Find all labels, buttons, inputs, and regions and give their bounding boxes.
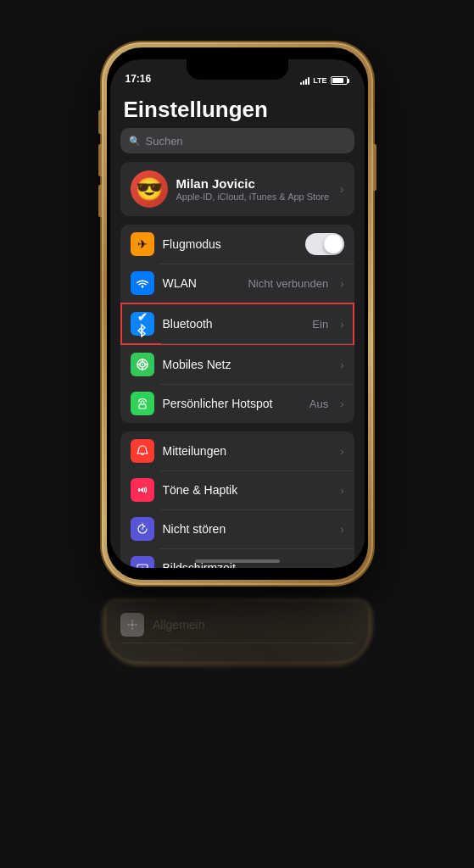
lte-label: LTE	[313, 76, 326, 85]
wifi-icon	[136, 276, 149, 291]
bluetooth-value: Ein	[312, 318, 328, 331]
silent-button[interactable]	[98, 110, 102, 134]
toene-icon	[131, 478, 154, 502]
wlan-value: Nicht verbunden	[248, 277, 328, 290]
bildschirmzeit-chevron: ›	[340, 562, 343, 569]
hotspot-row[interactable]: Persönlicher Hotspot Aus ›	[120, 384, 354, 423]
flugmodus-icon: ✈	[131, 232, 154, 256]
nicht-stoeren-chevron: ›	[340, 523, 343, 536]
avatar: 😎	[131, 170, 168, 208]
reflection-screen: Allgemein ›	[107, 602, 368, 661]
search-icon: 🔍	[129, 136, 141, 147]
mobiles-netz-icon	[131, 353, 154, 376]
toene-label: Töne & Haptik	[163, 483, 332, 497]
bluetooth-symbol: ✔	[137, 310, 148, 337]
status-time: 17:16	[125, 73, 152, 86]
mitteilungen-chevron: ›	[340, 445, 343, 458]
hotspot-label: Persönlicher Hotspot	[163, 397, 301, 410]
bluetooth-row[interactable]: ✔ Bluetooth Ein ›	[120, 303, 354, 345]
status-icons: LTE	[300, 76, 349, 86]
settings-group-connectivity: ✈ Flugmodus	[120, 225, 354, 423]
scene: 17:16 LTE	[0, 0, 474, 868]
settings-group-notifications: Mitteilungen ›	[120, 431, 354, 568]
svg-point-6	[131, 623, 134, 626]
nicht-stoeren-row[interactable]: Nicht stören ›	[120, 509, 354, 548]
reflection-allgemein-label: Allgemein	[153, 618, 343, 632]
profile-row[interactable]: 😎 Milan Jovicic Apple-ID, iCloud, iTunes…	[120, 162, 354, 216]
notch	[187, 59, 288, 80]
reflection-chevron: ›	[350, 619, 354, 632]
airplane-icon: ✈	[137, 237, 148, 251]
flugmodus-label: Flugmodus	[163, 237, 297, 251]
phone-frame: 17:16 LTE	[102, 42, 373, 585]
profile-subtitle: Apple-ID, iCloud, iTunes & App Store	[176, 192, 332, 202]
nicht-stoeren-icon	[131, 517, 154, 541]
nicht-stoeren-label: Nicht stören	[163, 522, 332, 536]
mobiles-netz-label: Mobiles Netz	[163, 358, 332, 371]
hotspot-icon	[131, 392, 154, 415]
signal-bars	[300, 76, 309, 85]
flugmodus-row[interactable]: ✈ Flugmodus	[120, 225, 354, 264]
search-placeholder: Suchen	[146, 135, 183, 147]
bildschirmzeit-row[interactable]: Bildschirmzeit ›	[120, 548, 354, 568]
wlan-icon	[131, 271, 154, 295]
profile-chevron: ›	[340, 182, 344, 196]
svg-point-2	[142, 364, 143, 365]
wlan-label: WLAN	[163, 276, 240, 290]
search-bar[interactable]: 🔍 Suchen	[120, 128, 354, 153]
profile-name: Milan Jovicic	[176, 176, 332, 191]
avatar-emoji: 😎	[136, 176, 163, 203]
bluetooth-icon: ✔	[131, 312, 154, 336]
bluetooth-label: Bluetooth	[163, 317, 304, 331]
volume-up-button[interactable]	[98, 144, 102, 176]
home-indicator	[195, 559, 280, 563]
flugmodus-toggle[interactable]	[305, 233, 344, 255]
page-title: Einstellungen	[110, 90, 365, 128]
toene-chevron: ›	[340, 484, 343, 497]
power-button[interactable]	[373, 144, 376, 191]
mitteilungen-label: Mitteilungen	[163, 444, 332, 458]
bildschirmzeit-icon	[131, 556, 154, 568]
wlan-row[interactable]: WLAN Nicht verbunden ›	[120, 264, 354, 303]
volume-down-button[interactable]	[98, 185, 102, 217]
toggle-knob	[324, 235, 343, 253]
toene-row[interactable]: Töne & Haptik ›	[120, 470, 354, 509]
phone-inner: 17:16 LTE	[107, 47, 368, 580]
screen-content: Einstellungen 🔍 Suchen 😎 Milan Jovicic	[110, 90, 365, 568]
svg-rect-3	[139, 404, 146, 409]
mobiles-netz-row[interactable]: Mobiles Netz ›	[120, 345, 354, 384]
hotspot-value: Aus	[309, 398, 328, 410]
mobiles-netz-chevron: ›	[340, 359, 343, 371]
phone-screen: 17:16 LTE	[110, 59, 365, 568]
battery-icon	[331, 76, 349, 85]
wlan-chevron: ›	[340, 277, 343, 290]
mitteilungen-icon	[131, 439, 154, 463]
profile-info: Milan Jovicic Apple-ID, iCloud, iTunes &…	[176, 176, 332, 202]
mitteilungen-row[interactable]: Mitteilungen ›	[120, 431, 354, 470]
hotspot-chevron: ›	[340, 398, 343, 410]
bluetooth-chevron: ›	[340, 318, 343, 331]
